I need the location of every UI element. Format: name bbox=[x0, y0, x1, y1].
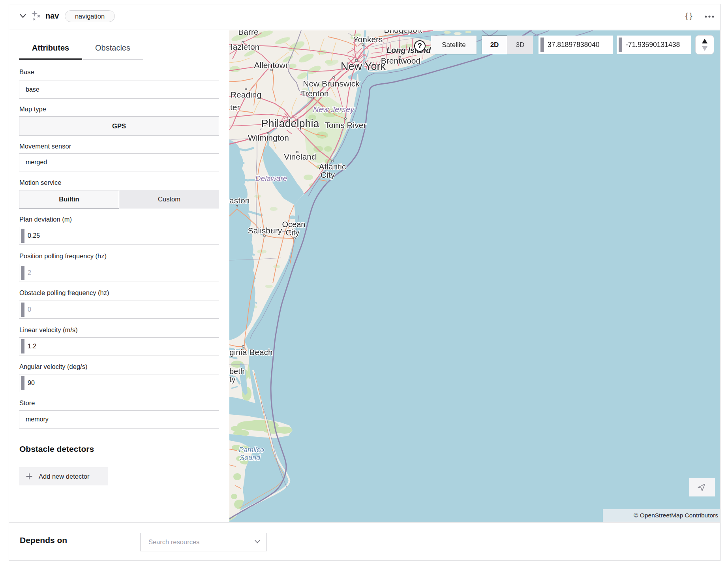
svg-text:Vineland: Vineland bbox=[284, 152, 316, 161]
svg-text:ter: ter bbox=[230, 103, 240, 112]
svg-text:Philadelphia: Philadelphia bbox=[261, 118, 319, 130]
svg-text:Yonkers: Yonkers bbox=[353, 35, 383, 44]
svg-text:Toms River: Toms River bbox=[325, 120, 366, 130]
svg-text:New York: New York bbox=[341, 60, 386, 72]
svg-text:Wilmington: Wilmington bbox=[248, 133, 289, 142]
svg-text:Salisbury: Salisbury bbox=[248, 226, 282, 235]
svg-text:New Jersey: New Jersey bbox=[313, 105, 355, 114]
svg-text:City: City bbox=[286, 228, 299, 237]
svg-text:Reading: Reading bbox=[231, 90, 261, 99]
svg-text:ginia Beach: ginia Beach bbox=[229, 348, 273, 357]
svg-text:Atlantic: Atlantic bbox=[319, 162, 346, 171]
svg-text:Ocean: Ocean bbox=[282, 220, 306, 229]
svg-text:Sound: Sound bbox=[240, 454, 261, 462]
svg-text:City: City bbox=[321, 170, 335, 179]
svg-text:beth: beth bbox=[229, 367, 245, 376]
svg-text:New Brunswick: New Brunswick bbox=[303, 79, 360, 88]
svg-text:Trenton: Trenton bbox=[300, 89, 329, 98]
svg-text:Bridgeport: Bridgeport bbox=[384, 30, 422, 34]
svg-text:Hazleton: Hazleton bbox=[229, 42, 259, 51]
svg-text:Allentown: Allentown bbox=[254, 60, 290, 70]
svg-text:Delaware: Delaware bbox=[255, 174, 287, 182]
svg-text:Barre: Barre bbox=[238, 30, 258, 36]
svg-text:ty: ty bbox=[229, 375, 236, 384]
svg-text:aston: aston bbox=[229, 196, 250, 205]
svg-text:Pamlico: Pamlico bbox=[239, 446, 264, 454]
svg-text:Brentwood: Brentwood bbox=[381, 56, 420, 65]
